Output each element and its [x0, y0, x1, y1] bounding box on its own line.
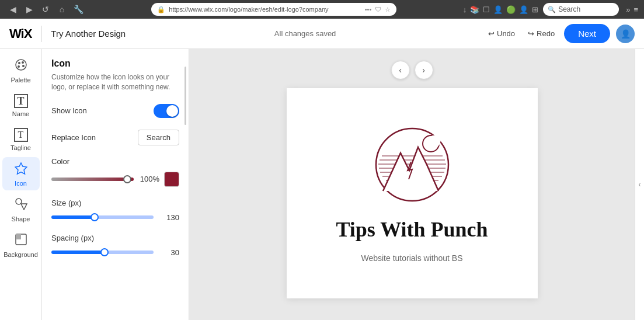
sidebar-item-shape[interactable]: Shape [2, 193, 40, 226]
browser-chrome: ◀ ▶ ↺ ⌂ 🔧 🔒 https://www.wix.com/logo/mak… [0, 0, 644, 19]
spacing-label: Spacing (px) [51, 234, 179, 242]
sidebar-item-icon[interactable]: Icon [2, 157, 40, 190]
app-bar: WiX Try Another Design All changes saved… [0, 19, 644, 49]
color-section: Color 100% [51, 157, 179, 187]
sidebar-icon-label: Icon [15, 180, 27, 187]
panel-subtitle: Customize how the icon looks on your log… [51, 72, 179, 92]
size-slider-thumb [90, 213, 99, 221]
app-title: Try Another Design [51, 29, 126, 39]
user-avatar[interactable]: 👤 [616, 25, 635, 43]
logo-brand-name: Tips With Punch [336, 217, 488, 242]
icon-panel: Icon Customize how the icon looks on you… [42, 49, 189, 320]
sidebar-item-tagline[interactable]: T Tagline [2, 123, 40, 155]
home-button[interactable]: ⌂ [55, 2, 69, 16]
color-percent-value: 100% [138, 175, 159, 183]
right-panel-toggle[interactable]: ‹ [635, 49, 644, 320]
icon-icon [15, 162, 27, 178]
replace-icon-label: Replace Icon [51, 133, 96, 142]
next-button[interactable]: Next [564, 24, 610, 43]
app-bar-center: All changes saved [133, 29, 478, 38]
refresh-button[interactable]: ↺ [39, 2, 53, 16]
collapse-icon: ‹ [639, 180, 641, 189]
sidebar-shape-label: Shape [12, 215, 30, 222]
browser-extra-icons: » ≡ [626, 5, 638, 14]
tools-button[interactable]: 🔧 [71, 2, 85, 16]
tagline-icon: T [14, 128, 28, 142]
logo-tagline: Website tutorials without BS [361, 253, 462, 263]
undo-button[interactable]: ↩ Undo [485, 27, 518, 40]
sidebar-item-palette[interactable]: Palette [2, 54, 40, 87]
next-arrow[interactable]: › [415, 61, 433, 79]
sidebar-background-label: Background [4, 251, 38, 258]
forward-button[interactable]: ▶ [22, 2, 36, 16]
toggle-knob [166, 105, 178, 117]
search-icon-button[interactable]: Search [138, 130, 179, 145]
svg-point-21 [429, 135, 440, 147]
sidebar-name-label: Name [12, 110, 29, 117]
svg-marker-6 [21, 204, 27, 210]
undo-label: Undo [497, 29, 515, 38]
address-bar[interactable]: 🔒 https://www.wix.com/logo/maker/esh/edi… [151, 3, 396, 16]
url-text: https://www.wix.com/logo/maker/esh/edit-… [169, 6, 361, 13]
prev-icon: ‹ [399, 65, 402, 75]
back-button[interactable]: ◀ [6, 2, 20, 16]
canvas-area: ‹ › [189, 49, 635, 320]
sidebar-item-background[interactable]: Background [2, 228, 40, 262]
color-label: Color [51, 157, 179, 166]
size-label: Size (px) [51, 199, 179, 207]
wix-logo: WiX [9, 26, 32, 41]
spacing-value: 30 [158, 248, 179, 257]
size-slider[interactable] [51, 215, 154, 219]
sidebar-tagline-label: Tagline [11, 144, 31, 151]
svg-marker-5 [15, 163, 27, 174]
background-icon [15, 233, 27, 249]
spacing-section: Spacing (px) 30 [51, 234, 179, 257]
scrollbar[interactable] [185, 67, 186, 125]
canvas-nav: ‹ › [391, 61, 433, 79]
app-bar-right: ↩ Undo ↪ Redo Next 👤 [485, 24, 635, 43]
divider [41, 26, 41, 42]
svg-point-4 [22, 65, 25, 67]
size-value: 130 [158, 213, 179, 222]
browser-toolbar: ↓ 📚 ☐ 👤 🟢 👤 ⊞ [463, 5, 539, 14]
svg-rect-9 [16, 234, 21, 239]
palette-icon [15, 58, 27, 74]
spacing-slider-thumb [100, 248, 109, 256]
color-slider-thumb [123, 175, 131, 183]
color-swatch[interactable] [164, 172, 179, 187]
browser-nav: ◀ ▶ ↺ ⌂ 🔧 [6, 2, 85, 16]
prev-arrow[interactable]: ‹ [391, 61, 410, 79]
browser-search[interactable]: 🔍 Search [543, 3, 619, 16]
svg-point-7 [16, 199, 22, 204]
show-icon-row: Show Icon [51, 104, 179, 118]
name-icon: T [14, 94, 28, 108]
spacing-slider[interactable] [51, 251, 154, 254]
size-section: Size (px) 130 [51, 199, 179, 222]
redo-label: Redo [537, 29, 555, 38]
svg-point-0 [16, 60, 26, 70]
undo-icon: ↩ [488, 29, 495, 38]
replace-icon-row: Replace Icon Search [51, 130, 179, 145]
size-row: 130 [51, 213, 179, 222]
sidebar-item-name[interactable]: T Name [2, 89, 40, 121]
color-slider[interactable] [51, 178, 134, 181]
panel-title: Icon [51, 58, 179, 69]
show-icon-toggle[interactable] [154, 104, 179, 118]
browser-search-text: Search [558, 5, 580, 13]
logo-icon-svg [371, 124, 453, 206]
spacing-row: 30 [51, 248, 179, 257]
svg-point-1 [18, 62, 20, 64]
saved-status: All changes saved [274, 29, 336, 38]
shape-icon [15, 197, 27, 213]
color-row: 100% [51, 172, 179, 187]
sidebar: Palette T Name T Tagline Icon [0, 49, 42, 320]
svg-point-2 [22, 61, 24, 64]
redo-button[interactable]: ↪ Redo [524, 27, 558, 40]
main-layout: Palette T Name T Tagline Icon [0, 49, 644, 320]
next-icon: › [422, 65, 425, 75]
redo-icon: ↪ [528, 29, 534, 38]
sidebar-palette-label: Palette [11, 76, 30, 84]
svg-point-3 [18, 65, 20, 68]
logo-card: Tips With Punch Website tutorials withou… [287, 88, 538, 298]
show-icon-label: Show Icon [51, 106, 87, 115]
